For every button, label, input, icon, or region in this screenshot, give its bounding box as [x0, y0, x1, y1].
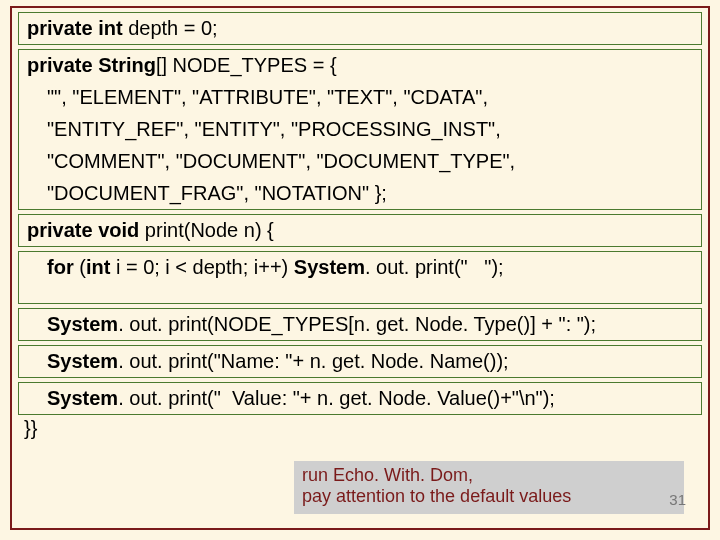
kw-system: System: [294, 256, 365, 278]
code-text: "DOCUMENT_FRAG", "NOTATION" };: [27, 182, 387, 205]
code-text: print(Node n) {: [145, 219, 274, 241]
kw-private: private: [27, 17, 93, 39]
code-row-4: for (int i = 0; i < depth; i++) System. …: [18, 251, 702, 304]
closing-braces: }}: [22, 417, 702, 440]
code-row-5: System. out. print(NODE_TYPES[n. get. No…: [18, 308, 702, 341]
kw-int: int: [98, 17, 122, 39]
kw-void: void: [98, 219, 139, 241]
footnote-line-1: run Echo. With. Dom,: [302, 465, 676, 487]
code-text: depth = 0;: [128, 17, 218, 39]
code-text: . out. print(" ");: [365, 256, 504, 278]
kw-system: System: [47, 313, 118, 335]
code-text: "", "ELEMENT", "ATTRIBUTE", "TEXT", "CDA…: [27, 86, 488, 109]
kw-private: private: [27, 219, 93, 241]
footnote-box: run Echo. With. Dom, pay attention to th…: [294, 461, 684, 514]
slide-frame: private int depth = 0; private String[] …: [10, 6, 710, 530]
code-text: . out. print(NODE_TYPES[n. get. Node. Ty…: [118, 313, 596, 335]
kw-system: System: [47, 350, 118, 372]
code-text: . out. print("Name: "+ n. get. Node. Nam…: [118, 350, 508, 372]
kw-int: int: [86, 256, 110, 278]
code-row-1: private int depth = 0;: [18, 12, 702, 45]
kw-string: String: [98, 54, 156, 76]
code-text: i = 0; i < depth; i++): [110, 256, 293, 278]
page-number: 31: [669, 491, 686, 508]
code-row-2: private String[] NODE_TYPES = { "", "ELE…: [18, 49, 702, 210]
code-text: "COMMENT", "DOCUMENT", "DOCUMENT_TYPE",: [27, 150, 515, 173]
footnote-line-2: pay attention to the default values: [302, 486, 676, 508]
kw-system: System: [47, 387, 118, 409]
code-text: "ENTITY_REF", "ENTITY", "PROCESSING_INST…: [27, 118, 501, 141]
code-row-6: System. out. print("Name: "+ n. get. Nod…: [18, 345, 702, 378]
code-text: (: [79, 256, 86, 278]
code-row-3: private void print(Node n) {: [18, 214, 702, 247]
code-text: . out. print(" Value: "+ n. get. Node. V…: [118, 387, 555, 409]
kw-for: for: [47, 256, 74, 278]
code-row-7: System. out. print(" Value: "+ n. get. N…: [18, 382, 702, 415]
code-text: [] NODE_TYPES = {: [156, 54, 337, 76]
kw-private: private: [27, 54, 93, 76]
